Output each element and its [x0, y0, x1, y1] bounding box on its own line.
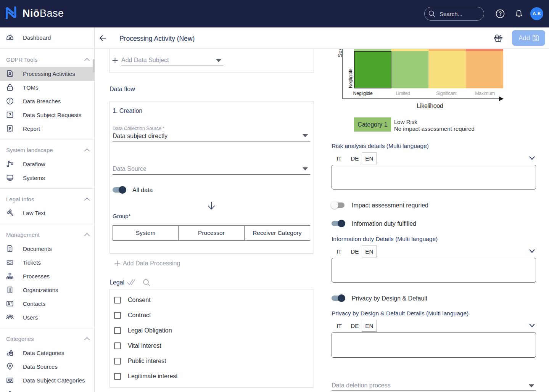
svg-text:Severity: Severity	[336, 49, 343, 58]
svg-text:Significant: Significant	[436, 91, 457, 96]
svg-text:Negligible: Negligible	[348, 69, 353, 88]
svg-text:Negligible: Negligible	[353, 91, 373, 96]
svg-text:Maximum: Maximum	[475, 91, 494, 96]
svg-text:Limited: Limited	[396, 91, 410, 96]
svg-text:?: ?	[9, 112, 11, 117]
svg-text:Likelihood: Likelihood	[417, 103, 443, 109]
